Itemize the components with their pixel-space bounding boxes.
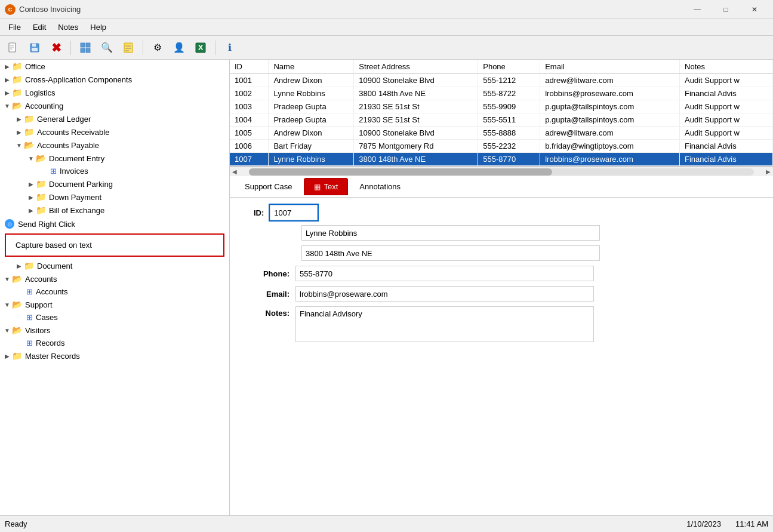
info-button[interactable]: ℹ [220,38,239,57]
form-row-email: Email: [242,286,761,302]
sidebar-item-down-payment[interactable]: ▶ 📁 Down Payment [0,190,229,204]
data-table: ID Name Street Address Phone Email Notes… [230,60,773,166]
folder-icon: 📁 [12,88,22,97]
user-button[interactable]: 👤 [170,38,189,57]
main-area: ▶ 📁 Office ▶ 📁 Cross-Application Compone… [0,60,773,515]
horizontal-scrollbar[interactable]: ◀ ▶ [230,167,773,176]
col-header-name: Name [269,60,354,74]
sidebar-item-document[interactable]: ▶ 📁 Document [0,259,229,272]
menu-edit[interactable]: Edit [27,20,52,34]
delete-button[interactable]: ✖ [47,38,66,57]
scrollbar-thumb[interactable] [249,168,552,176]
folder-icon: 📁 [24,127,34,137]
sidebar-item-accounts-payable[interactable]: ▼ 📂 Accounts Payable [0,139,229,152]
folder-icon: 📁 [36,179,46,189]
toolbar-separator-2 [143,41,143,55]
note-button[interactable] [119,38,138,57]
notes-textarea[interactable]: Financial Advisory [295,306,594,342]
id-label: ID: [254,208,264,217]
search-button[interactable]: 🔍 [97,38,116,57]
name-input[interactable] [301,225,600,241]
sidebar-item-bill-of-exchange[interactable]: ▶ 📁 Bill of Exchange [0,204,229,217]
table-cell: 555-2232 [478,140,540,153]
chevron-right-icon: ▶ [2,63,12,70]
folder-icon: 📁 [36,192,46,202]
sidebar-item-cases[interactable]: ▶ ⊞ Cases [0,311,229,324]
tab-annotations[interactable]: Annotations [349,178,411,195]
close-button[interactable]: ✕ [741,0,768,19]
menu-help[interactable]: Help [84,20,112,34]
sidebar-item-visitors[interactable]: ▼ 📂 Visitors [0,324,229,337]
sidebar-item-accounts-receivable[interactable]: ▶ 📁 Accounts Receivable [0,125,229,139]
chevron-right-icon: ▶ [2,353,12,359]
tab-annotations-label: Annotations [359,182,401,191]
phone-input[interactable] [295,266,594,281]
save-button[interactable] [25,38,44,57]
table-cell: Audit Support w [680,113,773,127]
sidebar-label-support: Support [25,300,53,309]
table-row[interactable]: 1006Bart Friday7875 Montgomery Rd555-223… [230,140,773,153]
table-cell: Audit Support w [680,100,773,113]
scroll-right-btn[interactable]: ▶ [763,168,773,175]
table-row[interactable]: 1004Pradeep Gupta21930 SE 51st St555-551… [230,113,773,127]
sidebar-item-records[interactable]: ▶ ⊞ Records [0,337,229,349]
table-cell: lrobbins@proseware.com [540,153,680,166]
sidebar-send-right-click[interactable]: ⊙ Send Right Click [0,217,229,231]
sidebar-item-office[interactable]: ▶ 📁 Office [0,60,229,73]
sidebar-item-support[interactable]: ▼ 📂 Support [0,298,229,311]
sidebar-item-document-entry[interactable]: ▼ 📂 Document Entry [0,152,229,165]
id-input[interactable] [270,205,318,220]
table-cell: Lynne Robbins [269,87,354,100]
table-row[interactable]: 1005Andrew Dixon10900 Stonelake Blvd555-… [230,127,773,140]
table-cell: 555-8888 [478,127,540,140]
sidebar-item-master-records[interactable]: ▶ 📁 Master Records [0,349,229,362]
data-grid[interactable]: ID Name Street Address Phone Email Notes… [230,60,773,167]
table-row[interactable]: 1001Andrew Dixon10900 Stonelake Blvd555-… [230,74,773,87]
sidebar-item-accounts-sub[interactable]: ▶ ⊞ Accounts [0,285,229,298]
sidebar-item-invoices[interactable]: ▶ ⊞ Invoices [0,165,229,177]
table-row[interactable]: 1003Pradeep Gupta21930 SE 51st St555-990… [230,100,773,113]
table-row[interactable]: 1007Lynne Robbins3800 148th Ave NE555-87… [230,153,773,166]
menu-file[interactable]: File [2,20,27,34]
sidebar-item-logistics[interactable]: ▶ 📁 Logistics [0,86,229,99]
chevron-right-icon: ▶ [2,76,12,83]
chevron-right-icon: ▶ [14,116,24,122]
new-button[interactable] [4,38,23,57]
sidebar-capture-based-on-text[interactable]: Capture based on text [5,233,224,257]
tab-text[interactable]: ▦ Text [304,178,349,195]
tab-support-case-label: Support Case [245,182,292,191]
table-cell: Financial Advis [680,153,773,166]
table-cell: Pradeep Gupta [269,113,354,127]
menu-notes[interactable]: Notes [52,20,84,34]
email-input[interactable] [295,286,594,302]
col-header-phone: Phone [478,60,540,74]
col-header-id: ID [230,60,269,74]
minimize-button[interactable]: — [683,0,711,19]
sidebar-item-document-parking[interactable]: ▶ 📁 Document Parking [0,177,229,190]
sidebar-item-general-ledger[interactable]: ▶ 📁 General Ledger [0,112,229,125]
excel-button[interactable]: X [191,38,210,57]
table-cell: Audit Support w [680,127,773,140]
right-click-icon: ⊙ [5,219,14,229]
folder-open-icon: 📂 [24,140,34,150]
sidebar-item-accounts[interactable]: ▼ 📂 Accounts [0,272,229,285]
settings-button[interactable]: ⚙ [148,38,167,57]
table-row[interactable]: 1002Lynne Robbins3800 148th Ave NE555-87… [230,87,773,100]
scroll-left-btn[interactable]: ◀ [230,168,239,175]
detail-form: ID: Phone: Email: [230,198,773,354]
sidebar-item-accounting[interactable]: ▼ 📂 Accounting [0,99,229,112]
svg-text:X: X [198,43,204,52]
sidebar-label-visitors: Visitors [25,326,50,335]
sidebar-item-cross-app[interactable]: ▶ 📁 Cross-Application Components [0,73,229,86]
address-input[interactable] [301,245,600,261]
table-cell: adrew@litware.com [540,74,680,87]
tab-support-case[interactable]: Support Case [235,178,303,195]
sidebar-label-document: Document [37,262,72,270]
table-cell: Andrew Dixon [269,127,354,140]
folder-icon: 📁 [24,114,34,124]
table-cell: 3800 148th Ave NE [354,153,478,166]
sidebar: ▶ 📁 Office ▶ 📁 Cross-Application Compone… [0,60,230,515]
maximize-button[interactable]: □ [712,0,740,19]
grid-button[interactable] [76,38,95,57]
svg-rect-8 [86,43,90,47]
